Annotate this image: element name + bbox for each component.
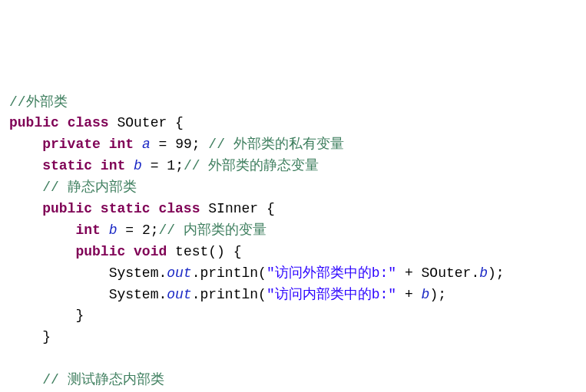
assign: = <box>159 137 167 152</box>
keyword-static: static <box>101 201 151 216</box>
dot: . <box>471 265 479 281</box>
string-literal: "访问外部类中的b:" <box>267 265 396 281</box>
semicolon: ; <box>151 222 159 238</box>
class-system: System <box>109 287 159 302</box>
code-block: //外部类 public class SOuter { private int … <box>9 92 577 392</box>
dot: . <box>158 287 167 302</box>
field-b: b <box>479 265 488 281</box>
paren-close: ) <box>429 287 438 302</box>
keyword-private: private <box>42 137 101 152</box>
paren-close: ) <box>488 265 496 281</box>
comment: // 外部类的静态变量 <box>184 158 319 173</box>
brace-open: { <box>175 115 184 130</box>
class-name: SOuter <box>117 115 167 130</box>
method-println: println <box>200 287 258 302</box>
comment: // 内部类的变量 <box>159 222 267 238</box>
brace-close: } <box>42 329 51 344</box>
assign: = <box>151 158 159 173</box>
class-souter: SOuter <box>422 265 472 281</box>
keyword-int: int <box>109 137 134 152</box>
semicolon: ; <box>192 137 200 152</box>
keyword-public: public <box>42 201 92 216</box>
comment: //外部类 <box>9 94 68 110</box>
number: 1 <box>167 158 175 173</box>
brace-open: { <box>267 201 275 216</box>
assign: = <box>125 222 134 238</box>
number: 2 <box>142 222 151 238</box>
field-out: out <box>167 287 191 302</box>
class-name: SInner <box>208 201 258 216</box>
comment: // 测试静态内部类 <box>42 372 164 387</box>
keyword-int: int <box>75 222 100 238</box>
dot: . <box>192 287 200 302</box>
class-system: System <box>109 265 159 281</box>
keyword-public: public <box>75 244 125 259</box>
comment: // 静态内部类 <box>42 180 136 195</box>
plus: + <box>405 287 413 302</box>
plus: + <box>405 265 413 281</box>
field-b: b <box>422 287 430 302</box>
semicolon: ; <box>438 287 446 302</box>
string-literal: "访问内部类中的b:" <box>267 287 396 302</box>
keyword-public: public <box>9 115 59 130</box>
keyword-void: void <box>134 244 167 259</box>
keyword-int: int <box>101 158 125 173</box>
keyword-class: class <box>158 201 200 216</box>
dot: . <box>192 265 200 281</box>
brace-close: } <box>75 308 84 323</box>
semicolon: ; <box>175 158 184 173</box>
number: 99 <box>175 137 192 152</box>
comment: // 外部类的私有变量 <box>208 137 343 152</box>
paren-open: ( <box>258 287 267 302</box>
semicolon: ; <box>496 265 505 281</box>
paren: () <box>208 244 225 259</box>
field-b: b <box>109 222 118 238</box>
method-println: println <box>200 265 258 281</box>
dot: . <box>158 265 167 281</box>
keyword-static: static <box>42 158 92 173</box>
field-a: a <box>142 137 151 152</box>
field-out: out <box>167 265 191 281</box>
method-test: test <box>175 244 208 259</box>
paren-open: ( <box>258 265 267 281</box>
field-b: b <box>134 158 142 173</box>
keyword-class: class <box>68 115 109 130</box>
brace-open: { <box>233 244 242 259</box>
